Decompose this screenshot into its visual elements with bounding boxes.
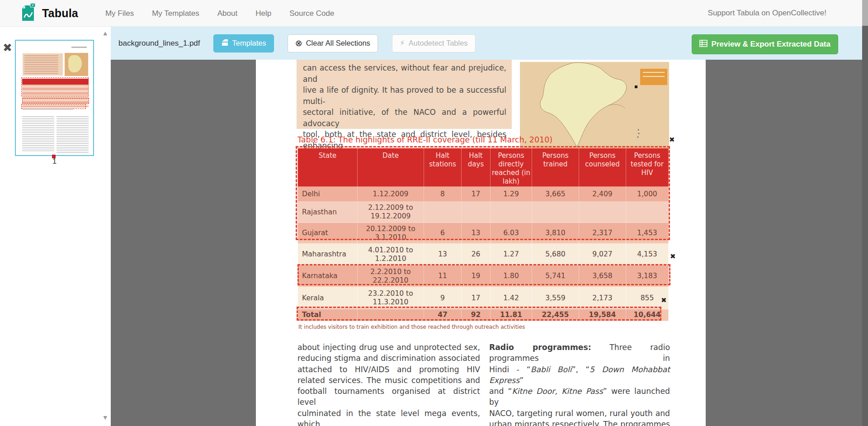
table-cell: 23.2.2010 to 11.3.2010: [358, 287, 424, 309]
table-cell: 13: [424, 244, 462, 265]
table-cell: 17: [462, 287, 491, 309]
remove-selection-1-icon[interactable]: ✖: [669, 137, 675, 143]
table-cell: 9: [424, 287, 462, 309]
thumb-caption-line: [23, 109, 73, 109]
scroll-up-icon[interactable]: ▲: [104, 30, 107, 36]
autodetect-label: Autodetect Tables: [409, 39, 468, 47]
thumb-selection-1: [21, 77, 89, 96]
thumb-map: [65, 53, 88, 76]
brand-title: Tabula: [42, 7, 78, 20]
table-cell: 9,027: [579, 244, 626, 265]
right-text-column: Radio programmes: Three radio programmes…: [489, 342, 670, 426]
text-line: reducing stigma and discrimination assoc…: [297, 353, 480, 364]
text-line: NACO, targeting rural women, rural youth…: [489, 408, 670, 419]
thumb-text-column: [22, 116, 54, 151]
table-row: Maharashtra4.01.2010 to 1.2.201013261.27…: [298, 244, 669, 265]
nav-item-my-files[interactable]: My Files: [96, 0, 143, 27]
clear-label: Clear All Selections: [306, 39, 370, 47]
thumb-selection-2: [22, 98, 89, 104]
table-cell: Kerala: [298, 287, 358, 309]
nav-item-about[interactable]: About: [208, 0, 246, 27]
page-number: 1: [15, 157, 94, 166]
export-table-icon: [699, 40, 708, 49]
text-line: sectoral initiative, of the NACO and a p…: [303, 107, 506, 129]
navbar: Tabula My FilesMy TemplatesAboutHelpSour…: [0, 0, 868, 27]
clear-selections-button[interactable]: ⊗ Clear All Selections: [288, 34, 378, 52]
filename-label: background_lines_1.pdf: [118, 39, 200, 48]
selection-region-3[interactable]: [297, 307, 661, 321]
thumb-text-block: [23, 53, 63, 76]
left-text-column: about injecting drug use and unprotected…: [297, 342, 480, 426]
text-line: Hindi - “Babli Boli”, “5 Down Mohabbat E…: [489, 364, 670, 386]
nav-item-my-templates[interactable]: My Templates: [143, 0, 208, 27]
text-line: can access the services, without fear an…: [303, 62, 506, 85]
selection-region-1[interactable]: [296, 146, 670, 240]
table-cell: Maharashtra: [298, 244, 358, 265]
selection-region-2[interactable]: [297, 264, 670, 285]
pdf-page: can access the services, without fear an…: [256, 60, 706, 426]
nav-item-help[interactable]: Help: [246, 0, 280, 27]
document-viewport: can access the services, without fear an…: [111, 60, 862, 426]
table-cell: 26: [462, 244, 491, 265]
clear-icon: ⊗: [295, 39, 302, 47]
text-line: football tournaments organised at distri…: [297, 386, 480, 408]
export-button[interactable]: Preview & Export Extracted Data: [692, 34, 838, 54]
toolbar: background_lines_1.pdf Templates ⊗ Clear…: [111, 27, 862, 60]
sidebar: ✖ 1 ▲ ▼: [0, 27, 111, 426]
remove-selection-3-icon[interactable]: ✖: [661, 297, 667, 304]
templates-button[interactable]: Templates: [213, 34, 274, 52]
nav-items: My FilesMy TemplatesAboutHelpSource Code: [96, 0, 343, 27]
page-thumbnail[interactable]: [15, 40, 94, 156]
scroll-down-icon[interactable]: ▼: [104, 415, 107, 421]
autodetect-tables-button[interactable]: ⚡ Autodetect Tables: [392, 34, 476, 52]
map-legend-box: [640, 69, 667, 85]
thumb-table: [22, 79, 89, 107]
table-caption: It includes visitors to train exhibition…: [298, 324, 525, 330]
text-line: about injecting drug use and unprotected…: [297, 342, 480, 353]
templates-label: Templates: [232, 39, 266, 47]
page-scrollbar[interactable]: [862, 0, 868, 426]
text-line: live a life of dignity. It has proved to…: [303, 85, 506, 107]
bolt-icon: ⚡: [400, 39, 405, 47]
table-row: Kerala23.2.2010 to 11.3.20109171.423,559…: [298, 287, 669, 309]
table-cell: 3,559: [532, 287, 579, 309]
table-cell: 1.42: [491, 287, 532, 309]
table-cell: 1.27: [491, 244, 532, 265]
thumb-header-line: [71, 47, 87, 48]
nav-item-source-code[interactable]: Source Code: [280, 0, 343, 27]
remove-selection-2-icon[interactable]: ✖: [670, 253, 676, 260]
text-line: Radio programmes: Three radio programmes…: [489, 342, 670, 364]
close-file-icon[interactable]: ✖: [3, 42, 12, 53]
intro-paragraph: can access the services, without fear an…: [297, 60, 512, 129]
brand[interactable]: Tabula: [20, 2, 78, 24]
table-cell: 4.01.2010 to 1.2.2010: [358, 244, 424, 265]
text-line: urban migrants respectively. The program…: [489, 419, 670, 426]
table-cell: 4,153: [626, 244, 669, 265]
table-cell: 5,680: [532, 244, 579, 265]
text-line: and “Kitne Door, Kitne Pass” were launch…: [489, 386, 670, 408]
tabula-app: Tabula My FilesMy TemplatesAboutHelpSour…: [0, 0, 868, 426]
templates-icon: [221, 39, 229, 48]
text-line: attached to HIV/AIDS and promoting HIV: [297, 364, 480, 375]
table-title: Table 6.1: The highlights of RRE-II cove…: [297, 135, 552, 144]
tabula-logo-icon: [20, 2, 37, 24]
thumb-text-column: [57, 116, 89, 154]
text-line: related services. The music competitions…: [297, 375, 480, 386]
map-legend-marker: [635, 85, 637, 88]
text-line: culminated in the state level mega event…: [297, 408, 480, 426]
table-cell: 2,173: [579, 287, 626, 309]
page-scrollbar-thumb[interactable]: [862, 0, 868, 26]
support-link[interactable]: Support Tabula on OpenCollective!: [708, 9, 826, 18]
export-label: Preview & Export Extracted Data: [711, 40, 830, 49]
